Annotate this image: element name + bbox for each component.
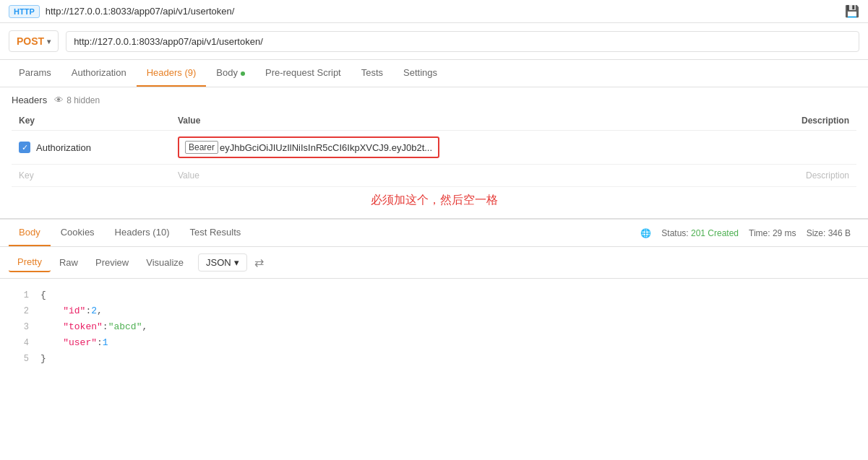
json-line-4: 4 "user" : 1 (0, 335, 868, 351)
status-code: 201 Created (691, 228, 739, 238)
hidden-badge: 👁 8 hidden (54, 95, 100, 105)
method-label: POST (17, 35, 44, 47)
json-key-user: "user" (63, 335, 97, 351)
bearer-word: Bearer (185, 141, 218, 154)
json-key-token: "token" (63, 319, 103, 335)
response-section: Body Cookies Headers (10) Test Results 🌐… (0, 219, 868, 376)
format-tab-preview[interactable]: Preview (87, 253, 137, 272)
time-label: Time: 29 ms (749, 228, 796, 238)
json-body: 1 { 2 "id" : 2 , 3 "token" : "abcd" , 4 … (0, 279, 868, 376)
row-checkbox[interactable]: ✓ (19, 142, 30, 153)
url-bar: HTTP http://127.0.0.1:8033/app07/api/v1/… (0, 0, 868, 23)
globe-icon: 🌐 (640, 228, 651, 238)
tab-settings[interactable]: Settings (393, 60, 447, 87)
col-key-header: Key (12, 111, 171, 131)
tab-tests[interactable]: Tests (351, 60, 393, 87)
headers-section-title: Headers (12, 95, 47, 105)
request-bar: POST ▾ http://127.0.0.1:8033/app07/api/v… (0, 23, 868, 60)
tab-headers[interactable]: Headers (9) (137, 60, 207, 87)
line-num-1: 1 (12, 288, 29, 303)
bearer-token-box[interactable]: Bearer eyJhbGciOiJIUzIlNiIsInR5cCI6IkpXV… (178, 136, 439, 158)
method-selector[interactable]: POST ▾ (9, 30, 59, 52)
col-description-header: Description (677, 111, 856, 131)
url-display: http://127.0.0.1:8033/app07/api/v1/usert… (46, 6, 839, 17)
format-tabs-row: Pretty Raw Preview Visualize JSON ▾ ⇄ (0, 247, 868, 279)
placeholder-row: Key Value Description (12, 165, 856, 187)
json-label: JSON (206, 257, 231, 268)
json-val-id: 2 (91, 303, 97, 319)
line-num-2: 2 (12, 304, 29, 318)
placeholder-value: Value (171, 165, 677, 187)
token-text: eyJhbGciOiJIUzIlNiIsInR5cCI6IkpXVCJ9.eyJ… (220, 142, 432, 153)
response-status-row: 🌐 Status: 201 Created Time: 29 ms Size: … (640, 228, 859, 238)
line-num-4: 4 (12, 336, 29, 350)
headers-table: Key Value Description ✓ Authorization Be… (12, 111, 856, 187)
headers-title-row: Headers 👁 8 hidden (12, 95, 856, 105)
body-dot (241, 71, 245, 76)
response-tabs-row: Body Cookies Headers (10) Test Results 🌐… (0, 220, 868, 247)
json-val-token: "abcd" (108, 319, 142, 335)
line-num-5: 5 (12, 352, 29, 366)
json-line-2: 2 "id" : 2 , (0, 303, 868, 319)
hidden-count: 8 hidden (66, 95, 100, 105)
response-tab-body[interactable]: Body (9, 220, 51, 246)
tab-authorization[interactable]: Authorization (61, 60, 137, 87)
response-tab-cookies[interactable]: Cookies (51, 220, 105, 246)
method-chevron-icon: ▾ (47, 38, 51, 45)
tab-pre-request-script[interactable]: Pre-request Script (255, 60, 351, 87)
json-line-5: 5 } (0, 351, 868, 367)
size-label: Size: 346 B (807, 228, 851, 238)
format-tab-pretty[interactable]: Pretty (9, 253, 51, 272)
request-url-input[interactable]: http://127.0.0.1:8033/app07/api/v1/usert… (66, 31, 859, 52)
json-line-1: 1 { (0, 287, 868, 303)
note-text: 必须加这个，然后空一格 (12, 187, 856, 211)
row-description (677, 131, 856, 165)
json-format-selector[interactable]: JSON ▾ (198, 253, 247, 272)
json-open-brace: { (40, 287, 46, 303)
eye-icon: 👁 (54, 95, 64, 105)
placeholder-description: Description (677, 165, 856, 187)
placeholder-key: Key (19, 170, 34, 181)
line-num-3: 3 (12, 320, 29, 334)
json-close-brace: } (40, 351, 46, 367)
wrap-icon[interactable]: ⇄ (254, 256, 264, 269)
format-tab-raw[interactable]: Raw (51, 253, 87, 272)
row-value-cell: Bearer eyJhbGciOiJIUzIlNiIsInR5cCI6IkpXV… (171, 131, 677, 165)
row-key: Authorization (36, 142, 91, 153)
json-key-id: "id" (63, 303, 85, 319)
tab-body[interactable]: Body (206, 60, 255, 87)
json-chevron-icon: ▾ (234, 257, 239, 268)
json-line-3: 3 "token" : "abcd" , (0, 319, 868, 335)
col-value-header: Value (171, 111, 677, 131)
response-tab-headers[interactable]: Headers (10) (105, 220, 180, 246)
response-tabs-wrapper: Body Cookies Headers (10) Test Results 🌐… (9, 220, 859, 246)
status-label: Status: 201 Created (661, 228, 739, 238)
http-badge: HTTP (9, 5, 40, 18)
json-val-user: 1 (103, 335, 108, 351)
format-tab-visualize[interactable]: Visualize (137, 253, 192, 272)
response-tab-test-results[interactable]: Test Results (179, 220, 251, 246)
request-tabs: Params Authorization Headers (9) Body Pr… (0, 60, 868, 87)
tab-params[interactable]: Params (9, 60, 61, 87)
save-icon[interactable]: 💾 (845, 4, 859, 18)
table-row: ✓ Authorization Bearer eyJhbGciOiJIUzIlN… (12, 131, 856, 165)
headers-section: Headers 👁 8 hidden Key Value Description… (0, 87, 868, 219)
